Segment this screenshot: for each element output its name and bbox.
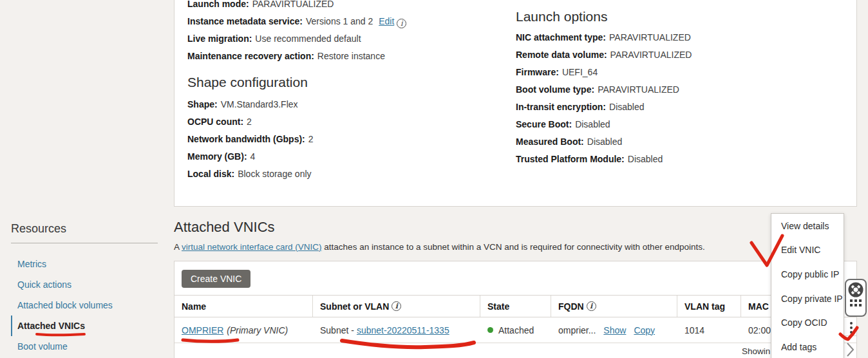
sidebar-item-boot-volume[interactable]: Boot volume: [11, 336, 159, 357]
field-trusted-platform-module: Trusted Platform Module:Disabled: [516, 151, 692, 168]
launch-options-fields: NIC attachment type:PARAVIRTUALIZED Remo…: [516, 29, 692, 168]
row-actions-kebab-icon[interactable]: [846, 320, 856, 335]
field-boot-volume-type: Boot volume type:PARAVIRTUALIZED: [516, 81, 692, 99]
cell-vlan-tag: 1014: [677, 317, 741, 343]
apps-grid-icon[interactable]: [850, 299, 862, 306]
field-launch-mode: Launch mode:PARAVIRTUALIZED: [187, 0, 406, 13]
vnics-table-panel: Create VNIC Name Subnet or VLANi State F…: [174, 261, 857, 358]
subnet-link[interactable]: subnet-20220511-1335: [357, 325, 449, 335]
sidebar-divider: [11, 243, 158, 243]
attached-vnics-description: A virtual network interface card (VNIC) …: [174, 241, 705, 252]
sidebar-item-metrics[interactable]: Metrics: [11, 254, 159, 274]
field-shape: Shape:VM.Standard3.Flex: [187, 96, 314, 113]
col-header-vlan-tag: VLAN tag: [677, 296, 741, 317]
launch-options-title: Launch options: [516, 7, 607, 26]
cell-fqdn: omprier... Show Copy: [551, 317, 677, 343]
cell-name: OMPRIER (Primary VNIC): [175, 317, 313, 343]
field-ocpu-count: OCPU count:2: [187, 113, 314, 131]
fqdn-copy-link[interactable]: Copy: [634, 325, 655, 335]
vnic-actions-context-menu: View details Edit VNIC Copy public IP Co…: [771, 213, 844, 358]
primary-vnic-label: (Primary VNIC): [227, 325, 288, 335]
sidebar-item-attached-vnics[interactable]: Attached VNICs: [11, 316, 159, 336]
col-header-name: Name: [175, 296, 313, 317]
menu-item-view-details[interactable]: View details: [771, 214, 844, 238]
menu-item-copy-public-ip[interactable]: Copy public IP: [771, 262, 844, 287]
state-label: Attached: [498, 325, 534, 335]
field-measured-boot: Measured Boot:Disabled: [516, 133, 692, 151]
shape-configuration-title: Shape configuration: [187, 73, 308, 92]
info-icon[interactable]: i: [392, 301, 401, 311]
general-fields: Launch mode:PARAVIRTUALIZED Instance met…: [187, 0, 406, 65]
menu-item-edit-vnic[interactable]: Edit VNIC: [771, 238, 844, 263]
state-attached-dot: [487, 327, 493, 333]
info-icon[interactable]: i: [397, 19, 406, 28]
instance-details-panel: Launch mode:PARAVIRTUALIZED Instance met…: [174, 0, 857, 207]
field-maintenance-recovery: Maintenance recovery action:Restore inst…: [187, 48, 406, 65]
table-footer-showing: Showin: [742, 346, 770, 356]
table-row: OMPRIER (Primary VNIC) Subnet - subnet-2…: [175, 317, 856, 343]
lifebuoy-support-icon[interactable]: [848, 282, 863, 297]
menu-item-add-tags[interactable]: Add tags: [771, 335, 844, 358]
attached-vnics-title: Attached VNICs: [174, 218, 275, 237]
fqdn-value: omprier...: [558, 325, 596, 335]
field-firmware: Firmware:UEFI_64: [516, 64, 692, 81]
cell-subnet: Subnet - subnet-20220511-1335: [313, 317, 480, 343]
floating-helper-widget[interactable]: [845, 279, 867, 317]
field-local-disk: Local disk:Block storage only: [187, 165, 314, 183]
field-instance-metadata-service: Instance metadata service:Versions 1 and…: [187, 13, 406, 30]
create-vnic-button[interactable]: Create VNIC: [182, 270, 250, 288]
table-header: Name Subnet or VLANi State FQDNi VLAN ta…: [175, 295, 856, 317]
col-header-subnet-or-vlan: Subnet or VLANi: [313, 296, 480, 317]
field-network-bandwidth: Network bandwidth (Gbps):2: [187, 131, 314, 148]
col-header-fqdn: FQDNi: [551, 296, 677, 317]
field-in-transit-encryption: In-transit encryption:Disabled: [516, 99, 692, 116]
field-memory: Memory (GB):4: [187, 148, 314, 165]
menu-item-copy-ocid[interactable]: Copy OCID: [771, 310, 844, 335]
vnic-name-link[interactable]: OMPRIER: [182, 325, 223, 335]
field-nic-attachment: NIC attachment type:PARAVIRTUALIZED: [516, 29, 692, 46]
vnic-doc-link[interactable]: virtual network interface card (VNIC): [182, 242, 322, 252]
field-remote-data-volume: Remote data volume:PARAVIRTUALIZED: [516, 46, 692, 64]
sidebar-item-quick-actions[interactable]: Quick actions: [11, 274, 159, 295]
col-header-state: State: [480, 296, 551, 317]
sidebar-title: Resources: [11, 221, 159, 236]
edit-metadata-link[interactable]: Edit: [379, 16, 394, 26]
scroll-right-chevron-icon[interactable]: [844, 341, 856, 358]
menu-item-copy-private-ip[interactable]: Copy private IP: [771, 287, 844, 311]
field-live-migration: Live migration:Use recommended default: [187, 30, 406, 48]
cell-state: Attached: [480, 317, 551, 343]
shape-configuration-fields: Shape:VM.Standard3.Flex OCPU count:2 Net…: [187, 96, 314, 183]
fqdn-show-link[interactable]: Show: [603, 325, 626, 335]
sidebar-item-attached-block-volumes[interactable]: Attached block volumes: [11, 295, 159, 316]
info-icon[interactable]: i: [587, 301, 596, 311]
row-divider: [844, 335, 857, 336]
resources-sidebar: Resources Metrics Quick actions Attached…: [11, 221, 159, 357]
field-secure-boot: Secure Boot:Disabled: [516, 116, 692, 133]
